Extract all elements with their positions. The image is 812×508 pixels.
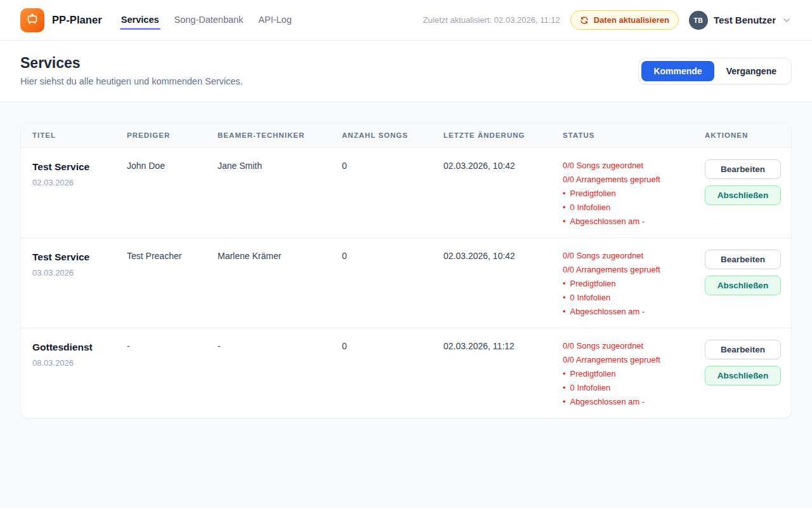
table-row: Test Service 03.03.2026 Test Preacher Ma… [21,238,791,328]
complete-button[interactable]: Abschließen [705,366,781,385]
cell-song-count: 0 [342,238,443,328]
filter-toggle-group: Kommende Vergangene [638,58,792,84]
status-item: •Abgeschlossen am - [563,395,700,409]
edit-button[interactable]: Bearbeiten [705,250,781,269]
bullet-icon: • [563,215,566,229]
filter-vergangene-button[interactable]: Vergangene [714,61,789,81]
col-header-letzte-aenderung: LETZTE ÄNDERUNG [443,123,563,148]
cell-last-change: 02.03.2026, 10:42 [443,148,563,238]
services-table: TITEL PREDIGER BEAMER-TECHNIKER ANZAHL S… [21,123,791,418]
main-content: TITEL PREDIGER BEAMER-TECHNIKER ANZAHL S… [0,102,812,508]
cell-actions: Bearbeiten Abschließen [705,328,791,418]
edit-button[interactable]: Bearbeiten [705,159,781,179]
main-nav: Services Song-Datenbank API-Log [121,11,292,30]
status-songs: 0/0 Songs zugeordnet [563,339,700,353]
refresh-button-label: Daten aktualisieren [594,15,669,25]
actions-stack: Bearbeiten Abschließen [705,159,781,205]
services-table-card: TITEL PREDIGER BEAMER-TECHNIKER ANZAHL S… [20,123,792,418]
table-row: Gottesdienst 08.03.2026 - - 0 02.03.2026… [21,328,791,418]
cell-beamer-tech: - [218,328,342,418]
status-item: •Abgeschlossen am - [563,305,700,319]
col-header-prediger: PREDIGER [127,123,218,148]
user-menu[interactable]: TB Test Benutzer [689,11,792,30]
cell-last-change: 02.03.2026, 11:12 [443,328,563,418]
col-header-anzahl-songs: ANZAHL SONGS [342,123,443,148]
cell-preacher: Test Preacher [127,238,218,328]
bullet-icon: • [563,277,566,291]
status-item-label: Abgeschlossen am - [570,215,645,229]
status-item: •Predigtfolien [563,187,700,201]
nav-item-services[interactable]: Services [121,11,159,30]
actions-stack: Bearbeiten Abschließen [705,250,781,295]
page-header-text: Services Hier siehst du alle heutigen un… [20,54,243,88]
edit-button[interactable]: Bearbeiten [705,340,781,359]
chevron-down-icon [782,15,792,25]
topbar: PP-Planer Services Song-Datenbank API-Lo… [0,0,812,41]
service-date: 02.03.2026 [32,178,122,187]
table-row: Test Service 02.03.2026 John Doe Jane Sm… [21,148,791,238]
cell-status: 0/0 Songs zugeordnet 0/0 Arrangements ge… [563,238,705,328]
page-subtitle: Hier siehst du alle heutigen und kommend… [20,75,243,88]
status-item-label: Predigtfolien [570,367,616,381]
brand-name: PP-Planer [52,14,102,26]
refresh-icon [580,16,589,25]
cell-status: 0/0 Songs zugeordnet 0/0 Arrangements ge… [563,148,705,238]
page-title: Services [20,54,243,72]
status-item: •Predigtfolien [563,277,700,291]
cell-last-change: 02.03.2026, 10:42 [443,238,563,328]
status-item-label: Abgeschlossen am - [570,305,645,319]
cell-title: Test Service 03.03.2026 [21,238,127,328]
status-item: •Predigtfolien [563,367,700,381]
bullet-icon: • [563,395,566,409]
filter-kommende-button[interactable]: Kommende [641,61,714,81]
table-header-row: TITEL PREDIGER BEAMER-TECHNIKER ANZAHL S… [21,123,791,148]
app-logo[interactable] [20,8,44,32]
nav-item-song-datenbank[interactable]: Song-Datenbank [174,11,244,30]
col-header-aktionen: AKTIONEN [705,123,791,148]
status-songs: 0/0 Songs zugeordnet [563,249,700,263]
refresh-data-button[interactable]: Daten aktualisieren [570,10,679,30]
service-date: 08.03.2026 [32,358,122,368]
last-updated-text: Zuletzt aktualisiert: 02.03.2026, 11:12 [423,15,560,25]
cell-beamer-tech: Jane Smith [218,148,342,238]
service-title: Test Service [32,251,122,264]
status-item: •Abgeschlossen am - [563,215,700,229]
cell-preacher: John Doe [127,148,218,238]
cell-preacher: - [127,328,218,418]
cell-title: Test Service 02.03.2026 [21,148,127,238]
topbar-right: Zuletzt aktualisiert: 02.03.2026, 11:12 … [423,10,792,30]
topbar-left: PP-Planer Services Song-Datenbank API-Lo… [20,8,292,32]
col-header-titel: TITEL [21,123,127,148]
cell-actions: Bearbeiten Abschließen [705,148,791,238]
service-title: Gottesdienst [32,341,122,354]
actions-stack: Bearbeiten Abschließen [705,340,781,385]
bullet-icon: • [563,201,566,215]
status-arrangements: 0/0 Arrangements geprueft [563,263,700,277]
nav-item-api-log[interactable]: API-Log [258,11,291,30]
bullet-icon: • [563,291,566,305]
bullet-icon: • [563,381,566,395]
complete-button[interactable]: Abschließen [705,276,781,295]
status-arrangements: 0/0 Arrangements geprueft [563,173,700,187]
service-date: 03.03.2026 [32,268,122,277]
cell-title: Gottesdienst 08.03.2026 [21,328,127,418]
service-title: Test Service [32,161,122,173]
status-item-label: Predigtfolien [570,187,616,201]
bullet-icon: • [563,187,566,201]
cell-song-count: 0 [342,328,443,418]
col-header-beamer-techniker: BEAMER-TECHNIKER [218,123,342,148]
col-header-status: STATUS [563,123,705,148]
status-arrangements: 0/0 Arrangements geprueft [563,353,700,367]
projector-screen-icon [25,12,39,29]
complete-button[interactable]: Abschließen [705,185,781,205]
page-header: Services Hier siehst du alle heutigen un… [0,41,812,102]
status-item: •0 Infofolien [563,291,700,305]
user-name: Test Benutzer [714,15,776,25]
bullet-icon: • [563,305,566,319]
cell-actions: Bearbeiten Abschließen [705,238,791,328]
status-item-label: Abgeschlossen am - [570,395,645,409]
bullet-icon: • [563,367,566,381]
status-item: •0 Infofolien [563,381,700,395]
cell-status: 0/0 Songs zugeordnet 0/0 Arrangements ge… [563,328,705,418]
status-item-label: 0 Infofolien [570,201,611,215]
